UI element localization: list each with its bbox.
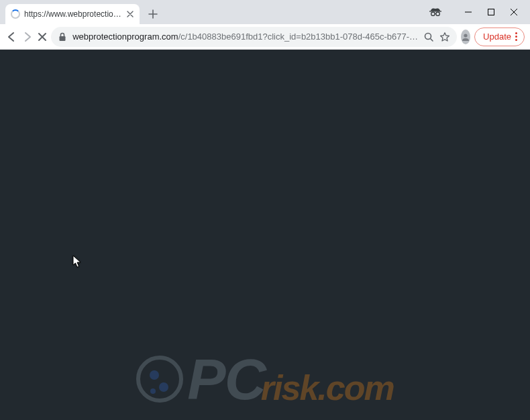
- titlebar: https://www.webprotectionprogr: [0, 0, 530, 24]
- url-text: webprotectionprogram.com/c/1b40883be691f…: [72, 32, 418, 42]
- address-bar[interactable]: webprotectionprogram.com/c/1b40883be691f…: [51, 27, 457, 47]
- lock-icon: [58, 32, 67, 42]
- svg-point-6: [464, 34, 467, 37]
- stop-reload-button[interactable]: [38, 28, 47, 46]
- search-icon[interactable]: [423, 32, 434, 42]
- update-label: Update: [483, 32, 511, 42]
- svg-point-5: [425, 33, 431, 39]
- watermark: PC risk.com: [0, 350, 530, 408]
- page-viewport: PC risk.com: [0, 50, 530, 420]
- svg-point-2: [436, 12, 439, 15]
- minimize-icon[interactable]: [464, 8, 472, 16]
- url-host: webprotectionprogram.com: [72, 32, 178, 42]
- svg-point-1: [431, 12, 435, 15]
- toolbar: webprotectionprogram.com/c/1b40883be691f…: [0, 24, 530, 50]
- svg-rect-0: [429, 11, 441, 11]
- maximize-icon[interactable]: [487, 8, 495, 16]
- loading-spinner-icon: [11, 9, 20, 19]
- close-window-icon[interactable]: [510, 8, 518, 16]
- tab-active[interactable]: https://www.webprotectionprogr: [5, 4, 140, 24]
- forward-button[interactable]: [21, 28, 34, 46]
- watermark-risk: risk.com: [261, 370, 394, 405]
- bookmark-star-icon[interactable]: [439, 32, 450, 42]
- browser-window: https://www.webprotectionprogr: [0, 0, 530, 420]
- window-controls: [429, 0, 530, 24]
- tab-close-icon[interactable]: [126, 9, 134, 19]
- url-path: /c/1b40883be691fbd1?click_id=b2b13bb1-07…: [178, 32, 418, 42]
- watermark-pc: PC: [187, 350, 264, 408]
- svg-rect-3: [488, 9, 494, 15]
- new-tab-button[interactable]: [144, 5, 162, 23]
- back-button[interactable]: [5, 28, 17, 46]
- menu-dots-icon: [515, 32, 517, 41]
- account-avatar-icon[interactable]: [461, 30, 470, 44]
- update-button[interactable]: Update: [474, 28, 525, 46]
- incognito-icon: [429, 6, 441, 18]
- tab-title: https://www.webprotectionprogr: [24, 9, 122, 19]
- watermark-logo-icon: [136, 356, 183, 403]
- mouse-cursor-icon: [72, 255, 82, 268]
- svg-rect-4: [60, 36, 66, 41]
- tab-strip: https://www.webprotectionprogr: [0, 0, 162, 24]
